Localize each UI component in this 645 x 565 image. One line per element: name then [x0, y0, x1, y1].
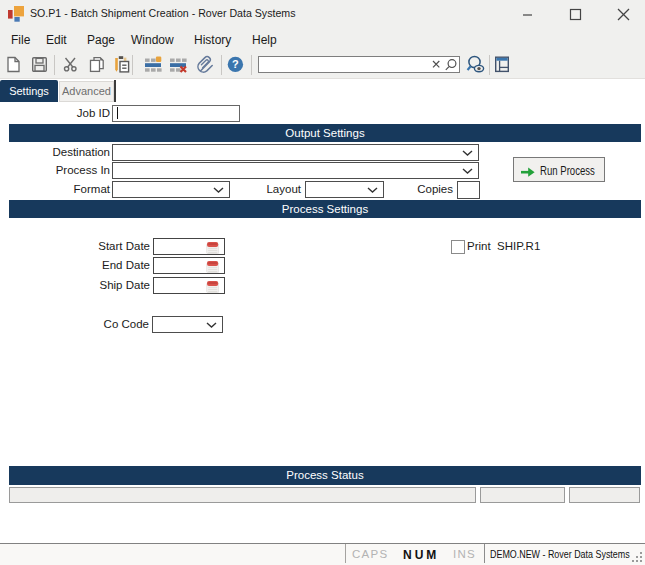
svg-text:?: ?	[232, 58, 239, 70]
